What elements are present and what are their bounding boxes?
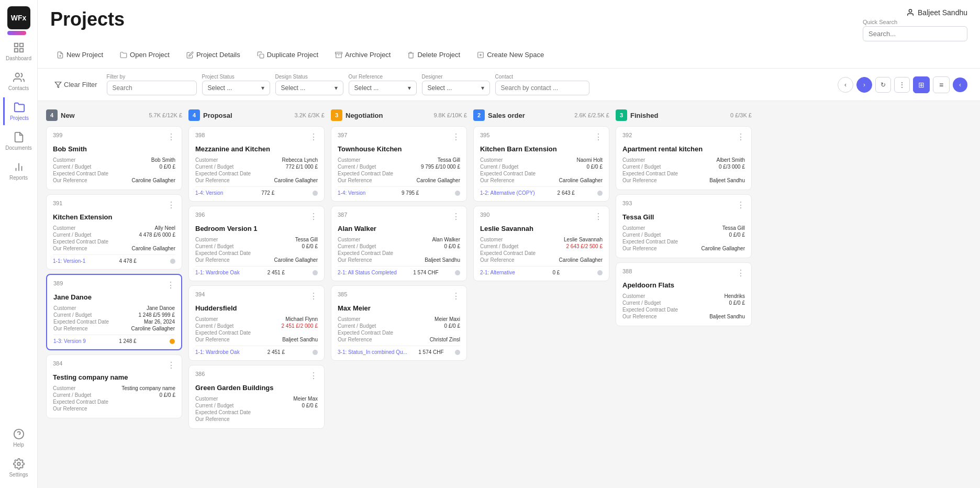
designer-value: Select ...	[428, 84, 452, 92]
card-title: Kitchen Extension	[53, 213, 175, 221]
sidebar-item-documents[interactable]: Documents	[3, 127, 35, 155]
card-392[interactable]: 392 ⋮ Apartment rental kitchen Customer …	[616, 126, 752, 190]
column-finished: 3 Finished 0 £/3K £ 392 ⋮ Apartment rent…	[616, 109, 752, 480]
cards-negotiation: 397 ⋮ Townhouse Kitchen Customer Tessa G…	[331, 126, 467, 480]
card-number: 399	[53, 132, 62, 138]
card-menu-button[interactable]: ⋮	[166, 280, 175, 290]
create-new-space-button[interactable]: Create New Space	[471, 48, 550, 62]
filter-by-input[interactable]	[107, 81, 197, 95]
card-menu-button[interactable]: ⋮	[167, 360, 175, 370]
card-title: Bob Smith	[53, 145, 175, 153]
project-details-label: Project Details	[196, 51, 240, 59]
card-menu-button[interactable]: ⋮	[737, 268, 745, 278]
card-386[interactable]: 386 ⋮ Green Garden Buildings Customer Me…	[188, 365, 325, 429]
sidebar-item-contacts[interactable]: Contacts	[3, 68, 35, 95]
quick-search-input[interactable]	[863, 26, 967, 41]
card-menu-button[interactable]: ⋮	[167, 200, 175, 210]
card-menu-button[interactable]: ⋮	[594, 132, 603, 142]
card-387[interactable]: 387 ⋮ Alan Walker Customer Alan Walker C…	[331, 206, 467, 281]
archive-project-button[interactable]: Archive Project	[329, 48, 397, 62]
card-menu-button[interactable]: ⋮	[452, 132, 460, 142]
card-388[interactable]: 388 ⋮ Apeldoorn Flats Customer Hendriks …	[616, 262, 752, 326]
our-reference-label: Our Reference	[349, 74, 417, 80]
column-header-negotiation: 3 Negotiation 9.8K £/10K £	[331, 109, 467, 121]
card-menu-button[interactable]: ⋮	[309, 212, 318, 221]
duplicate-project-button[interactable]: Duplicate Project	[251, 48, 325, 62]
cards-sales-order: 395 ⋮ Kitchen Barn Extension Customer Na…	[473, 126, 609, 480]
chevron-down-icon3: ▾	[408, 84, 411, 92]
card-menu-button[interactable]: ⋮	[737, 200, 745, 210]
project-status-label: Project Status	[202, 74, 270, 80]
design-status-select[interactable]: Select ... ▾	[275, 81, 343, 95]
card-398[interactable]: 398 ⋮ Mezzanine and Kitchen Customer Reb…	[188, 126, 325, 202]
card-390[interactable]: 390 ⋮ Leslie Savannah Customer Leslie Sa…	[473, 206, 609, 281]
design-status-label: Design Status	[275, 74, 343, 80]
archive-icon	[335, 51, 342, 59]
card-menu-button[interactable]: ⋮	[452, 212, 460, 221]
project-status-value: Select ...	[208, 84, 232, 92]
card-399[interactable]: 399 ⋮ Bob Smith Customer Bob Smith Curre…	[46, 126, 182, 190]
card-status-dot	[597, 270, 603, 275]
collapse-button[interactable]: ‹	[953, 77, 967, 92]
card-385[interactable]: 385 ⋮ Max Meier Customer Meier Maxi Curr…	[331, 285, 467, 361]
designer-label: Designer	[422, 74, 490, 80]
delete-project-button[interactable]: Delete Project	[401, 48, 466, 62]
help-icon	[13, 428, 25, 440]
card-menu-button[interactable]: ⋮	[309, 371, 318, 381]
sidebar-item-help[interactable]: Help	[3, 424, 35, 452]
contact-input[interactable]	[495, 81, 589, 95]
card-title: Kitchen Barn Extension	[480, 145, 603, 153]
card-393[interactable]: 393 ⋮ Tessa Gill Customer Tessa Gill Cur…	[616, 194, 752, 258]
column-stats-proposal: 3.2K £/3K £	[295, 112, 325, 118]
open-project-button[interactable]: Open Project	[114, 48, 176, 62]
refresh-button[interactable]: ↻	[875, 77, 891, 93]
sidebar-item-settings[interactable]: Settings	[3, 454, 35, 482]
svg-marker-20	[55, 82, 61, 87]
card-395[interactable]: 395 ⋮ Kitchen Barn Extension Customer Na…	[473, 126, 609, 202]
card-menu-button[interactable]: ⋮	[309, 291, 318, 301]
next-button[interactable]: ›	[856, 77, 872, 93]
contact-group: Contact	[495, 74, 589, 95]
card-menu-button[interactable]: ⋮	[594, 212, 603, 221]
more-options-button[interactable]: ⋮	[894, 77, 910, 93]
project-status-select[interactable]: Select ... ▾	[202, 81, 270, 95]
kanban-view-button[interactable]: ⊞	[913, 76, 930, 93]
card-396[interactable]: 396 ⋮ Bedroom Version 1 Customer Tessa G…	[188, 206, 325, 281]
our-reference-value: Select ...	[354, 84, 379, 92]
clear-filter-button[interactable]: Clear Filter	[50, 79, 102, 91]
file-plus-icon	[57, 51, 64, 59]
sidebar-item-dashboard[interactable]: Dashboard	[3, 38, 35, 65]
card-menu-button[interactable]: ⋮	[737, 132, 745, 142]
card-397[interactable]: 397 ⋮ Townhouse Kitchen Customer Tessa G…	[331, 126, 467, 202]
username: Baljeet Sandhu	[918, 8, 967, 17]
card-394[interactable]: 394 ⋮ Huddersfield Customer Michael Flyn…	[188, 285, 325, 361]
card-title: Townhouse Kitchen	[338, 145, 460, 153]
svg-rect-15	[336, 52, 342, 53]
column-title-sales-order: Sales order	[488, 112, 525, 119]
card-status-dot	[455, 270, 460, 275]
card-menu-button[interactable]: ⋮	[452, 291, 460, 301]
card-menu-button[interactable]: ⋮	[167, 132, 175, 142]
logo-text: WFx	[11, 14, 27, 22]
new-project-button[interactable]: New Project	[50, 48, 109, 62]
card-384[interactable]: 384 ⋮ Testing company name Customer Test…	[46, 354, 182, 418]
kanban-board: 4 New 5.7K £/12K £ 399 ⋮ Bob Smith Custo…	[38, 101, 980, 488]
card-number: 386	[195, 371, 205, 377]
prev-button[interactable]: ‹	[838, 77, 853, 93]
designer-select[interactable]: Select ... ▾	[422, 81, 490, 95]
column-sales-order: 2 Sales order 2.6K £/2.5K £ 395 ⋮ Kitche…	[473, 109, 609, 480]
sidebar-item-projects[interactable]: Projects	[3, 97, 35, 125]
card-number: 388	[622, 268, 632, 274]
delete-project-label: Delete Project	[417, 51, 460, 59]
table-view-button[interactable]: ≡	[933, 76, 950, 93]
our-reference-select[interactable]: Select ... ▾	[349, 81, 417, 95]
card-391[interactable]: 391 ⋮ Kitchen Extension Customer Ally Ne…	[46, 194, 182, 270]
sidebar-item-reports[interactable]: Reports	[3, 157, 35, 185]
column-stats-new: 5.7K £/12K £	[149, 112, 182, 118]
project-details-button[interactable]: Project Details	[180, 48, 247, 62]
column-stats-sales-order: 2.6K £/2.5K £	[574, 112, 609, 118]
card-status-dot	[170, 259, 175, 264]
card-menu-button[interactable]: ⋮	[309, 132, 318, 142]
card-389[interactable]: 389 ⋮ Jane Danoe Customer Jane Danoe Cur…	[46, 274, 182, 350]
quick-search-label: Quick Search	[863, 19, 967, 25]
